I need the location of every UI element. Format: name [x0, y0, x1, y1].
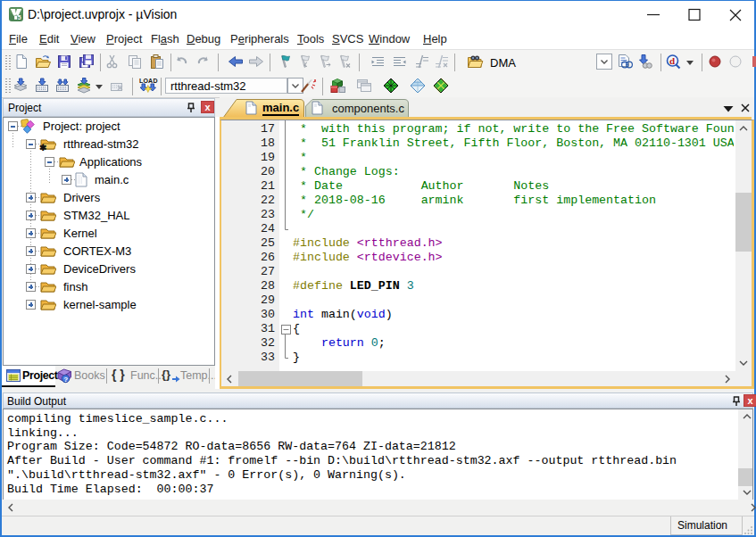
svg-text:LOAD: LOAD [139, 78, 158, 84]
svg-text:d: d [669, 55, 675, 66]
svg-text:✱: ✱ [39, 143, 47, 151]
svg-text:5: 5 [18, 14, 21, 21]
svg-text:?: ? [63, 376, 68, 384]
